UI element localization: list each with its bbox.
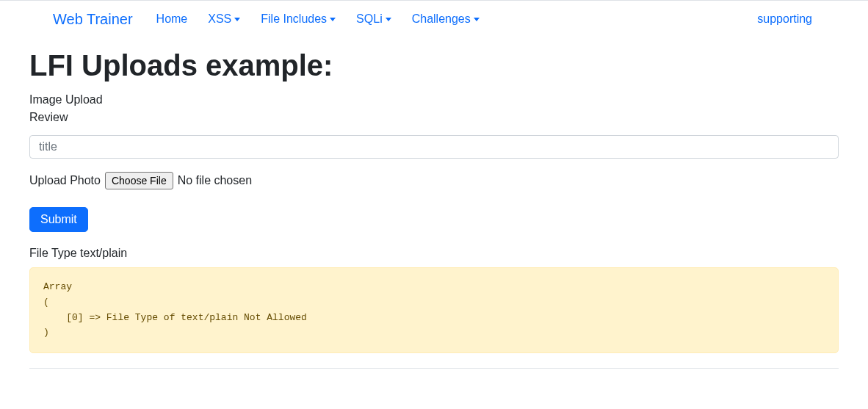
main-container: LFI Uploads example: Image Upload Review… (0, 49, 868, 369)
chevron-down-icon (234, 18, 240, 21)
divider (29, 368, 839, 369)
nav-sqli[interactable]: SQLi (347, 7, 400, 32)
nav-xss[interactable]: XSS (199, 7, 249, 32)
nav-supporting[interactable]: supporting (748, 7, 821, 32)
navbar-left: Web Trainer Home XSS File Includes SQLi … (12, 7, 488, 32)
nav-file-includes[interactable]: File Includes (252, 7, 344, 32)
chevron-down-icon (474, 18, 480, 21)
title-input[interactable] (29, 135, 839, 159)
nav-sqli-label: SQLi (356, 12, 383, 26)
choose-file-button[interactable]: Choose File (105, 172, 173, 189)
file-type-line: File Type text/plain (29, 247, 839, 260)
navbar: Web Trainer Home XSS File Includes SQLi … (0, 1, 868, 37)
upload-row: Upload Photo Choose File No file chosen (29, 172, 839, 189)
nav-challenges-label: Challenges (412, 12, 471, 26)
nav-challenges[interactable]: Challenges (403, 7, 488, 32)
label-review: Review (29, 109, 839, 126)
chevron-down-icon (330, 18, 336, 21)
brand-link[interactable]: Web Trainer (47, 8, 139, 31)
nav-xss-label: XSS (208, 12, 231, 26)
file-status-text: No file chosen (178, 174, 252, 187)
chevron-down-icon (386, 18, 391, 21)
nav-home[interactable]: Home (148, 7, 197, 32)
submit-button[interactable]: Submit (29, 207, 88, 232)
label-image-upload: Image Upload (29, 91, 839, 109)
nav-home-label: Home (156, 12, 188, 26)
error-output: Array ( [0] => File Type of text/plain N… (29, 267, 839, 353)
page-title: LFI Uploads example: (29, 49, 839, 82)
upload-photo-label: Upload Photo (29, 174, 101, 187)
nav-file-includes-label: File Includes (261, 12, 327, 26)
